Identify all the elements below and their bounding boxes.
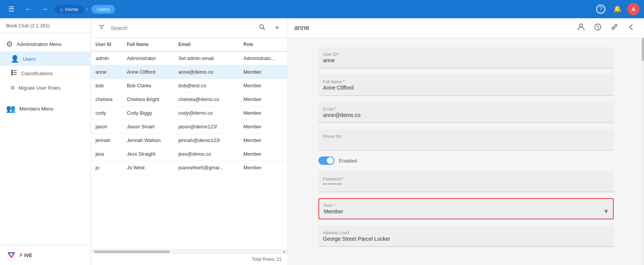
table-row[interactable]: anneAnne Cliffordanne@demo.coMember — [91, 65, 288, 79]
cell-full_name-2: Bob Clarke — [122, 79, 174, 93]
forward-icon: → — [41, 5, 48, 13]
phone-label: Phone No — [323, 134, 609, 139]
col-header-full-name: Full Name — [122, 38, 174, 51]
edit-button[interactable] — [608, 21, 621, 35]
sidebar-item-migrate-user-roles[interactable]: ≡ Migrate User Roles — [0, 81, 91, 95]
cell-email-6: jennah@demo123! — [174, 134, 239, 147]
notifications-button[interactable]: 🔔 — [611, 2, 624, 16]
history-button[interactable] — [591, 21, 605, 35]
svg-rect-3 — [14, 72, 17, 73]
app-title: Book Club (2.1.261) — [0, 18, 91, 33]
svg-point-2 — [11, 72, 13, 74]
sidebar-item-administration[interactable]: ⚙ Administration Menu — [0, 36, 91, 52]
user-list-toolbar: + — [91, 18, 288, 38]
cell-user_id-0: admin — [91, 51, 122, 65]
full-name-box[interactable]: Full Name * Anne Clifford — [318, 74, 614, 96]
help-button[interactable]: ? — [594, 2, 608, 16]
table-row[interactable]: jasonJason Smartjason@demo123!Member — [91, 120, 288, 134]
col-header-user-id: User ID — [91, 38, 122, 51]
full-name-value: Anne Clifford — [323, 85, 609, 91]
avatar[interactable]: A — [627, 3, 639, 15]
table-row[interactable]: bobBob Clarkebob@test.coMember — [91, 79, 288, 93]
filter-button[interactable] — [96, 22, 108, 34]
table-row[interactable]: chelseaChelsea Brightchelsea@demo.coMemb… — [91, 93, 288, 106]
members-section: 👥 Members Menu — [0, 98, 91, 119]
back-icon: ← — [25, 5, 31, 13]
close-detail-button[interactable] — [624, 21, 638, 35]
sidebar-item-members-menu[interactable]: 👥 Members Menu — [0, 101, 91, 116]
search-input[interactable] — [111, 25, 253, 31]
sidebar-users-label: Users — [23, 56, 36, 62]
cell-role-2: Member — [239, 79, 288, 93]
user-table-container: User ID Full Name Email Role adminAdmini… — [91, 38, 288, 249]
avatar-label: A — [631, 6, 635, 12]
cell-user_id-4: cody — [91, 106, 122, 120]
sidebar: Book Club (2.1.261) ⚙ Administration Men… — [0, 18, 91, 265]
user-table-wrapper[interactable]: User ID Full Name Email Role adminAdmini… — [91, 38, 288, 249]
main-layout: Book Club (2.1.261) ⚙ Administration Men… — [0, 18, 644, 265]
email-box[interactable]: Email * anne@demo.co — [318, 102, 614, 123]
user-id-value: anne — [323, 57, 609, 63]
add-button[interactable]: + — [271, 22, 283, 34]
svg-line-11 — [263, 28, 265, 30]
total-rows-label: Total Rows: 21 — [252, 257, 282, 262]
email-value: anne@demo.co — [323, 112, 609, 118]
cell-full_name-3: Chelsea Bright — [122, 93, 174, 106]
cell-role-0: Administrato... — [239, 51, 288, 65]
user-id-label: User ID * — [323, 52, 609, 57]
detail-scroll-thumb — [642, 38, 644, 61]
password-label: Password * — [323, 177, 609, 181]
cell-full_name-6: Jennah Walson — [122, 134, 174, 147]
cell-user_id-3: chelsea — [91, 93, 122, 106]
person-detail-button[interactable] — [574, 21, 588, 35]
address-field: Address Line1 George Street Parcel Locke… — [318, 226, 614, 247]
cell-user_id-6: jennah — [91, 134, 122, 147]
forward-button[interactable]: → — [38, 2, 52, 16]
cell-role-1: Member — [239, 65, 288, 79]
col-header-email: Email — [174, 38, 239, 51]
users-breadcrumb-label: Users — [97, 6, 110, 12]
topbar: ☰ ← → ⌂ Home › Users ? 🔔 A — [0, 0, 644, 18]
enabled-toggle[interactable] — [318, 156, 334, 165]
password-value: •••••••• — [323, 182, 609, 186]
phone-box[interactable]: Phone No — [318, 129, 614, 150]
user-table-body: adminAdministratorSet admin emailAdminis… — [91, 51, 288, 175]
table-row[interactable]: jessJess Straightjess@demo.coMember — [91, 147, 288, 161]
pencil-icon — [611, 23, 618, 33]
scrollbar-thumb — [94, 251, 170, 253]
admin-section-label: Administration Menu — [17, 41, 62, 47]
password-box[interactable]: Password * •••••••• — [318, 171, 614, 192]
home-icon: ⌂ — [60, 6, 63, 12]
table-row[interactable]: jennahJennah Walsonjennah@demo123!Member — [91, 134, 288, 147]
address-box[interactable]: Address Line1 George Street Parcel Locke… — [318, 226, 614, 247]
cell-email-8: joannefive5@gmai... — [174, 161, 239, 175]
role-box[interactable]: Role * Member — [318, 198, 614, 219]
search-button[interactable] — [256, 22, 268, 34]
address-label: Address Line1 — [323, 230, 609, 235]
svg-point-0 — [11, 70, 13, 72]
table-row[interactable]: joJo Westjoannefive5@gmai...Member — [91, 161, 288, 175]
sidebar-classifications-label: Classifications — [21, 71, 53, 76]
home-button[interactable]: ⌂ Home — [55, 5, 84, 14]
migrate-icon: ≡ — [11, 84, 15, 92]
detail-scrollbar[interactable] — [642, 38, 644, 265]
menu-button[interactable]: ☰ — [5, 2, 18, 16]
sidebar-item-users[interactable]: 👤 Users — [0, 52, 91, 66]
table-row[interactable]: adminAdministratorSet admin emailAdminis… — [91, 51, 288, 65]
members-section-label: Members Menu — [19, 106, 53, 112]
password-field: Password * •••••••• — [318, 171, 614, 192]
horizontal-scrollbar[interactable]: ▶ — [91, 249, 288, 253]
cell-user_id-1: anne — [91, 65, 122, 79]
cell-user_id-7: jess — [91, 147, 122, 161]
cell-email-5: jason@demo123! — [174, 120, 239, 134]
role-label: Role * — [324, 203, 608, 208]
filter-icon — [98, 24, 105, 32]
cell-full_name-5: Jason Smart — [122, 120, 174, 134]
user-id-box[interactable]: User ID * anne — [318, 47, 614, 68]
back-button[interactable]: ← — [21, 2, 35, 16]
users-breadcrumb-button[interactable]: Users — [91, 5, 115, 14]
admin-section: ⚙ Administration Menu 👤 Users — [0, 33, 91, 98]
email-label: Email * — [323, 107, 609, 111]
table-row[interactable]: codyCody Biggycody@demo.coMember — [91, 106, 288, 120]
sidebar-item-classifications[interactable]: Classifications — [0, 66, 91, 81]
